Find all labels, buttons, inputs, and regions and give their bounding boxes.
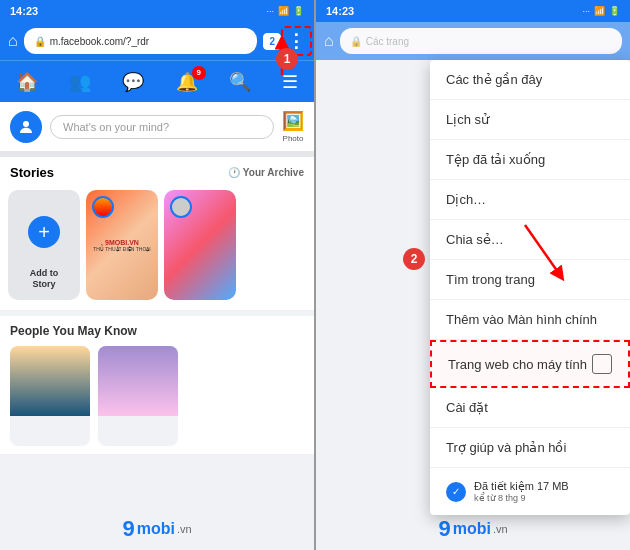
right-phone-screen: 14:23 ··· 📶 🔋 ⌂ 🔒 Các trang Các thẻ gần … bbox=[316, 0, 630, 550]
archive-button[interactable]: 🕐 Your Archive bbox=[228, 167, 304, 178]
fb-navigation: 🏠 👥 💬 🔔 9 🔍 ☰ bbox=[0, 60, 314, 102]
photo-label: Photo bbox=[283, 134, 304, 143]
right-url-bar: 🔒 Các trang bbox=[340, 28, 622, 54]
signal-icon: ··· bbox=[266, 6, 274, 16]
post-composer: What's on your mind? 🖼️ Photo bbox=[0, 102, 314, 157]
search-nav-icon[interactable]: 🔍 bbox=[229, 71, 251, 93]
archive-icon: 🕐 bbox=[228, 167, 240, 178]
right-browser-bar: ⌂ 🔒 Các trang bbox=[316, 22, 630, 60]
stories-title: Stories bbox=[10, 165, 54, 180]
photo-icon: 🖼️ bbox=[282, 110, 304, 132]
annotation-2: 2 bbox=[403, 248, 425, 270]
savings-icon: ✓ bbox=[446, 482, 466, 502]
url-bar[interactable]: 🔒 m.facebook.com/?_rdr bbox=[24, 28, 258, 54]
lock-icon: 🔒 bbox=[34, 36, 46, 47]
right-signal-icon: ··· bbox=[582, 6, 590, 16]
archive-label: Your Archive bbox=[243, 167, 304, 178]
menu-nav-icon[interactable]: ☰ bbox=[282, 71, 298, 93]
people-cards bbox=[10, 346, 304, 446]
dropdown-help[interactable]: Trợ giúp và phản hồi bbox=[430, 428, 630, 468]
left-phone-screen: 14:23 ··· 📶 🔋 ⌂ 🔒 m.facebook.com/?_rdr 2… bbox=[0, 0, 314, 550]
svg-point-0 bbox=[23, 121, 29, 127]
left-status-bar: 14:23 ··· 📶 🔋 bbox=[0, 0, 314, 22]
add-story-label: Add toStory bbox=[30, 268, 59, 290]
right-battery-icon: 🔋 bbox=[609, 6, 620, 16]
right-watermark-mobi: mobi bbox=[453, 520, 491, 538]
story-card-2[interactable] bbox=[164, 190, 236, 300]
annotation-1: 1 bbox=[276, 48, 298, 70]
people-nav-icon[interactable]: 👥 bbox=[69, 71, 91, 93]
story-avatar-1 bbox=[92, 196, 114, 218]
desktop-site-checkbox[interactable] bbox=[592, 354, 612, 374]
url-text: m.facebook.com/?_rdr bbox=[50, 36, 150, 47]
dropdown-history[interactable]: Lịch sử bbox=[430, 100, 630, 140]
add-story-card[interactable]: + Add toStory bbox=[8, 190, 80, 300]
right-wifi-icon: 📶 bbox=[594, 6, 605, 16]
dropdown-find[interactable]: Tìm trong trang bbox=[430, 260, 630, 300]
dropdown-settings[interactable]: Cài đặt bbox=[430, 388, 630, 428]
photo-button[interactable]: 🖼️ Photo bbox=[282, 110, 304, 143]
right-time: 14:23 bbox=[326, 5, 354, 17]
savings-row: ✓ Đã tiết kiệm 17 MB kể từ 8 thg 9 bbox=[446, 480, 569, 503]
right-back-icon: ⌂ bbox=[324, 32, 334, 50]
savings-label: Đã tiết kiệm 17 MB bbox=[474, 480, 569, 493]
right-status-bar: 14:23 ··· 📶 🔋 bbox=[316, 0, 630, 22]
right-watermark: 9 mobi .vn bbox=[316, 516, 630, 542]
right-watermark-9: 9 bbox=[438, 516, 450, 542]
battery-icon: 🔋 bbox=[293, 6, 304, 16]
dropdown-add-home[interactable]: Thêm vào Màn hình chính bbox=[430, 300, 630, 340]
dropdown-downloads[interactable]: Tệp đã tải xuống bbox=[430, 140, 630, 180]
savings-sublabel: kể từ 8 thg 9 bbox=[474, 493, 569, 503]
dropdown-share[interactable]: Chia sẻ… bbox=[430, 220, 630, 260]
watermark-mobi: mobi bbox=[137, 520, 175, 538]
dropdown-savings: ✓ Đã tiết kiệm 17 MB kể từ 8 thg 9 bbox=[430, 468, 630, 515]
person-card-1[interactable] bbox=[10, 346, 90, 446]
annotation-2-wrapper: 2 bbox=[403, 248, 425, 270]
right-status-icons: ··· 📶 🔋 bbox=[582, 6, 620, 16]
wifi-icon: 📶 bbox=[278, 6, 289, 16]
dropdown-desktop-site[interactable]: Trang web cho máy tính bbox=[430, 340, 630, 388]
browser-dropdown-menu: Các thẻ gần đây Lịch sử Tệp đã tải xuống… bbox=[430, 60, 630, 515]
notifications-nav-icon[interactable]: 🔔 9 bbox=[176, 71, 198, 93]
stories-header: Stories 🕐 Your Archive bbox=[0, 157, 314, 184]
people-title: People You May Know bbox=[10, 324, 304, 338]
user-avatar bbox=[10, 111, 42, 143]
what-on-mind-input[interactable]: What's on your mind? bbox=[50, 115, 274, 139]
watermark-9: 9 bbox=[122, 516, 134, 542]
back-icon[interactable]: ⌂ bbox=[8, 32, 18, 50]
left-time: 14:23 bbox=[10, 5, 38, 17]
right-watermark-suffix: .vn bbox=[493, 523, 508, 535]
left-status-icons: ··· 📶 🔋 bbox=[266, 6, 304, 16]
dropdown-translate[interactable]: Dịch… bbox=[430, 180, 630, 220]
watermark: 9 mobi .vn bbox=[0, 516, 314, 542]
notification-badge: 9 bbox=[192, 66, 206, 80]
messenger-nav-icon[interactable]: 💬 bbox=[122, 71, 144, 93]
composer-placeholder: What's on your mind? bbox=[63, 121, 169, 133]
story-card-1[interactable]: 9MOBI.VN THỦ THUẬT ĐIỆN THOẠI bbox=[86, 190, 158, 300]
tab-count[interactable]: 2 bbox=[263, 33, 281, 50]
watermark-suffix: .vn bbox=[177, 523, 192, 535]
add-story-circle: + bbox=[28, 216, 60, 248]
people-section: People You May Know bbox=[0, 316, 314, 454]
person-card-2[interactable] bbox=[98, 346, 178, 446]
person-photo-1 bbox=[10, 346, 90, 416]
savings-text-block: Đã tiết kiệm 17 MB kể từ 8 thg 9 bbox=[474, 480, 569, 503]
story-avatar-2 bbox=[170, 196, 192, 218]
dropdown-recent-tabs[interactable]: Các thẻ gần đây bbox=[430, 60, 630, 100]
stories-row: + Add toStory 9MOBI.VN THỦ THUẬT ĐIỆN TH… bbox=[0, 184, 314, 310]
home-nav-icon[interactable]: 🏠 bbox=[16, 71, 38, 93]
person-photo-2 bbox=[98, 346, 178, 416]
left-browser-bar: ⌂ 🔒 m.facebook.com/?_rdr 2 ⋮ bbox=[0, 22, 314, 60]
